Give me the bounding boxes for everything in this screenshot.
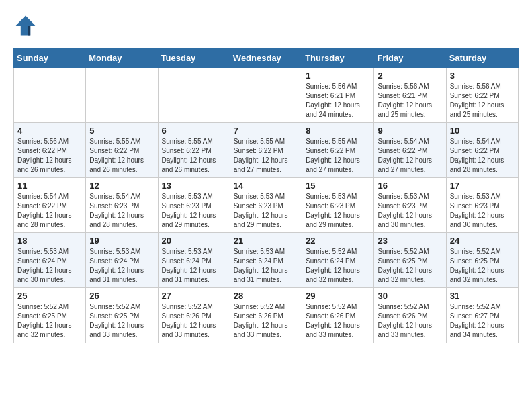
calendar-cell: 22Sunrise: 5:52 AM Sunset: 6:24 PM Dayli… (302, 233, 374, 288)
calendar-cell: 21Sunrise: 5:53 AM Sunset: 6:24 PM Dayli… (230, 233, 302, 288)
calendar-cell: 6Sunrise: 5:55 AM Sunset: 6:22 PM Daylig… (158, 123, 230, 178)
day-info: Sunrise: 5:52 AM Sunset: 6:27 PM Dayligh… (450, 302, 515, 340)
day-number: 9 (378, 126, 442, 136)
day-number: 18 (17, 236, 82, 246)
weekday-header-row: SundayMondayTuesdayWednesdayThursdayFrid… (14, 49, 519, 68)
day-info: Sunrise: 5:55 AM Sunset: 6:22 PM Dayligh… (306, 137, 370, 175)
day-number: 1 (306, 71, 370, 81)
day-number: 19 (89, 236, 154, 246)
day-number: 27 (162, 291, 226, 301)
day-number: 5 (89, 126, 154, 136)
day-number: 31 (450, 291, 515, 301)
weekday-header-saturday: Saturday (446, 49, 518, 68)
calendar-cell: 8Sunrise: 5:55 AM Sunset: 6:22 PM Daylig… (302, 123, 374, 178)
calendar-cell: 30Sunrise: 5:52 AM Sunset: 6:26 PM Dayli… (374, 288, 446, 343)
day-number: 11 (17, 181, 82, 191)
calendar-cell: 12Sunrise: 5:54 AM Sunset: 6:23 PM Dayli… (86, 178, 158, 233)
calendar-cell: 16Sunrise: 5:53 AM Sunset: 6:23 PM Dayli… (374, 178, 446, 233)
day-info: Sunrise: 5:53 AM Sunset: 6:23 PM Dayligh… (378, 192, 442, 230)
week-row-3: 11Sunrise: 5:54 AM Sunset: 6:22 PM Dayli… (14, 178, 519, 233)
calendar-cell (14, 68, 86, 123)
calendar-cell: 26Sunrise: 5:52 AM Sunset: 6:25 PM Dayli… (86, 288, 158, 343)
calendar-cell: 4Sunrise: 5:56 AM Sunset: 6:22 PM Daylig… (14, 123, 86, 178)
day-info: Sunrise: 5:56 AM Sunset: 6:21 PM Dayligh… (306, 82, 370, 120)
day-info: Sunrise: 5:55 AM Sunset: 6:22 PM Dayligh… (89, 137, 154, 175)
day-number: 3 (450, 71, 515, 81)
weekday-header-friday: Friday (374, 49, 446, 68)
week-row-1: 1Sunrise: 5:56 AM Sunset: 6:21 PM Daylig… (14, 68, 519, 123)
day-number: 25 (17, 291, 82, 301)
day-number: 20 (162, 236, 226, 246)
day-info: Sunrise: 5:54 AM Sunset: 6:23 PM Dayligh… (89, 192, 154, 230)
day-info: Sunrise: 5:54 AM Sunset: 6:22 PM Dayligh… (17, 192, 82, 230)
day-info: Sunrise: 5:52 AM Sunset: 6:26 PM Dayligh… (306, 302, 370, 340)
week-row-5: 25Sunrise: 5:52 AM Sunset: 6:25 PM Dayli… (14, 288, 519, 343)
calendar: SundayMondayTuesdayWednesdayThursdayFrid… (13, 48, 519, 343)
calendar-cell: 27Sunrise: 5:52 AM Sunset: 6:26 PM Dayli… (158, 288, 230, 343)
calendar-cell: 17Sunrise: 5:53 AM Sunset: 6:23 PM Dayli… (446, 178, 518, 233)
header (13, 13, 519, 38)
day-number: 8 (306, 126, 370, 136)
day-info: Sunrise: 5:52 AM Sunset: 6:25 PM Dayligh… (450, 247, 515, 285)
day-number: 16 (378, 181, 442, 191)
day-info: Sunrise: 5:52 AM Sunset: 6:25 PM Dayligh… (89, 302, 154, 340)
day-number: 21 (234, 236, 298, 246)
day-info: Sunrise: 5:56 AM Sunset: 6:22 PM Dayligh… (450, 82, 515, 120)
day-info: Sunrise: 5:53 AM Sunset: 6:24 PM Dayligh… (234, 247, 298, 285)
calendar-cell: 24Sunrise: 5:52 AM Sunset: 6:25 PM Dayli… (446, 233, 518, 288)
day-number: 2 (378, 71, 442, 81)
day-number: 14 (234, 181, 298, 191)
day-info: Sunrise: 5:54 AM Sunset: 6:22 PM Dayligh… (378, 137, 442, 175)
calendar-cell (230, 68, 302, 123)
day-number: 10 (450, 126, 515, 136)
calendar-cell: 5Sunrise: 5:55 AM Sunset: 6:22 PM Daylig… (86, 123, 158, 178)
day-info: Sunrise: 5:52 AM Sunset: 6:25 PM Dayligh… (378, 247, 442, 285)
day-info: Sunrise: 5:53 AM Sunset: 6:24 PM Dayligh… (17, 247, 82, 285)
day-info: Sunrise: 5:52 AM Sunset: 6:26 PM Dayligh… (378, 302, 442, 340)
calendar-cell: 13Sunrise: 5:53 AM Sunset: 6:23 PM Dayli… (158, 178, 230, 233)
day-number: 28 (234, 291, 298, 301)
day-info: Sunrise: 5:52 AM Sunset: 6:25 PM Dayligh… (17, 302, 82, 340)
calendar-cell: 31Sunrise: 5:52 AM Sunset: 6:27 PM Dayli… (446, 288, 518, 343)
weekday-header-wednesday: Wednesday (230, 49, 302, 68)
day-info: Sunrise: 5:53 AM Sunset: 6:24 PM Dayligh… (162, 247, 226, 285)
calendar-cell: 9Sunrise: 5:54 AM Sunset: 6:22 PM Daylig… (374, 123, 446, 178)
calendar-cell: 28Sunrise: 5:52 AM Sunset: 6:26 PM Dayli… (230, 288, 302, 343)
calendar-cell: 14Sunrise: 5:53 AM Sunset: 6:23 PM Dayli… (230, 178, 302, 233)
day-info: Sunrise: 5:55 AM Sunset: 6:22 PM Dayligh… (162, 137, 226, 175)
day-number: 24 (450, 236, 515, 246)
day-info: Sunrise: 5:53 AM Sunset: 6:24 PM Dayligh… (89, 247, 154, 285)
calendar-cell: 15Sunrise: 5:53 AM Sunset: 6:23 PM Dayli… (302, 178, 374, 233)
day-number: 22 (306, 236, 370, 246)
day-number: 26 (89, 291, 154, 301)
day-info: Sunrise: 5:52 AM Sunset: 6:26 PM Dayligh… (162, 302, 226, 340)
calendar-cell: 7Sunrise: 5:55 AM Sunset: 6:22 PM Daylig… (230, 123, 302, 178)
day-number: 15 (306, 181, 370, 191)
day-info: Sunrise: 5:52 AM Sunset: 6:24 PM Dayligh… (306, 247, 370, 285)
day-number: 23 (378, 236, 442, 246)
day-info: Sunrise: 5:53 AM Sunset: 6:23 PM Dayligh… (162, 192, 226, 230)
calendar-cell: 20Sunrise: 5:53 AM Sunset: 6:24 PM Dayli… (158, 233, 230, 288)
day-number: 4 (17, 126, 82, 136)
day-number: 7 (234, 126, 298, 136)
day-info: Sunrise: 5:53 AM Sunset: 6:23 PM Dayligh… (306, 192, 370, 230)
weekday-header-tuesday: Tuesday (158, 49, 230, 68)
calendar-cell: 23Sunrise: 5:52 AM Sunset: 6:25 PM Dayli… (374, 233, 446, 288)
day-number: 12 (89, 181, 154, 191)
calendar-cell: 25Sunrise: 5:52 AM Sunset: 6:25 PM Dayli… (14, 288, 86, 343)
week-row-4: 18Sunrise: 5:53 AM Sunset: 6:24 PM Dayli… (14, 233, 519, 288)
day-number: 30 (378, 291, 442, 301)
day-number: 29 (306, 291, 370, 301)
calendar-cell (158, 68, 230, 123)
calendar-cell: 1Sunrise: 5:56 AM Sunset: 6:21 PM Daylig… (302, 68, 374, 123)
day-info: Sunrise: 5:56 AM Sunset: 6:21 PM Dayligh… (378, 82, 442, 120)
day-number: 17 (450, 181, 515, 191)
calendar-cell: 10Sunrise: 5:54 AM Sunset: 6:22 PM Dayli… (446, 123, 518, 178)
day-info: Sunrise: 5:56 AM Sunset: 6:22 PM Dayligh… (17, 137, 82, 175)
logo-icon (13, 13, 38, 38)
calendar-cell: 11Sunrise: 5:54 AM Sunset: 6:22 PM Dayli… (14, 178, 86, 233)
day-number: 6 (162, 126, 226, 136)
svg-marker-0 (16, 16, 36, 36)
weekday-header-monday: Monday (86, 49, 158, 68)
calendar-cell: 2Sunrise: 5:56 AM Sunset: 6:21 PM Daylig… (374, 68, 446, 123)
